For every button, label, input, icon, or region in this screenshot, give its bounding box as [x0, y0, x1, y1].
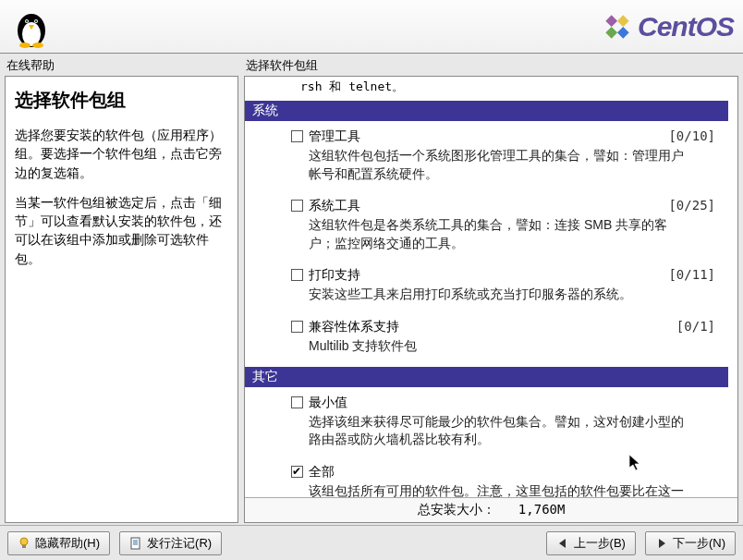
- group-system-tools[interactable]: 系统工具 [0/25] 这组软件包是各类系统工具的集合，譬如：连接 SMB 共享…: [245, 194, 728, 263]
- group-count: [0/25]: [668, 198, 715, 213]
- triangle-left-icon: [556, 537, 569, 550]
- centos-brand: CentOS: [601, 10, 734, 43]
- svg-point-13: [20, 538, 28, 545]
- doc-icon: [129, 537, 142, 550]
- centos-logo-icon: [601, 10, 634, 43]
- group-desc: 这组软件包包括一个系统图形化管理工具的集合，譬如：管理用户帐号和配置系统硬件。: [291, 145, 728, 187]
- group-compat-arch[interactable]: 兼容性体系支持 [0/1] Multilib 支持软件包: [245, 315, 728, 367]
- next-button[interactable]: 下一步(N): [645, 531, 736, 555]
- lightbulb-icon: [18, 537, 30, 550]
- total-install-size: 总安装大小： 1,760M: [245, 497, 737, 522]
- help-paragraph-2: 当某一软件包组被选定后，点击「细节」可以查看默认安装的软件包，还可以在该组中添加…: [15, 193, 228, 268]
- package-box: rsh 和 telnet。 系统 管理工具 [0/10] 这组软件包包括一个系统…: [244, 76, 738, 523]
- checkbox-everything[interactable]: [291, 466, 303, 478]
- checkbox-minimal[interactable]: [291, 396, 303, 408]
- group-count: [0/11]: [668, 267, 715, 282]
- svg-rect-15: [131, 538, 140, 549]
- group-label: 管理工具: [309, 128, 728, 145]
- penguin-logo: [9, 5, 54, 49]
- checkbox-print-support[interactable]: [291, 269, 303, 281]
- button-label: 发行注记(R): [147, 535, 212, 552]
- footer-bar: 隐藏帮助(H) 发行注记(R) 上一步(B) 下一步(N): [0, 525, 743, 560]
- package-panel-title: 选择软件包组: [244, 57, 738, 74]
- installer-header: CentOS: [0, 0, 743, 54]
- group-count: [0/1]: [676, 319, 715, 334]
- hide-help-button[interactable]: 隐藏帮助(H): [7, 531, 110, 555]
- group-label: 全部: [309, 464, 728, 481]
- group-desc: 选择该组来获得尽可能最少的软件包集合。譬如，这对创建小型的路由器或防火墙机器比较…: [291, 411, 728, 453]
- total-label: 总安装大小：: [418, 502, 495, 517]
- svg-point-7: [19, 43, 30, 48]
- svg-marker-20: [659, 539, 665, 548]
- svg-rect-14: [22, 545, 26, 548]
- svg-point-8: [32, 43, 43, 48]
- group-admin-tools[interactable]: 管理工具 [0/10] 这组软件包包括一个系统图形化管理工具的集合，譬如：管理用…: [245, 125, 728, 194]
- group-minimal[interactable]: 最小值 选择该组来获得尽可能最少的软件包集合。譬如，这对创建小型的路由器或防火墙…: [245, 391, 728, 460]
- main-area: 在线帮助 选择软件包组 选择您要安装的软件包（应用程序）组。要选择一个软件包组，…: [0, 54, 743, 525]
- button-label: 下一步(N): [673, 535, 725, 552]
- release-notes-button[interactable]: 发行注记(R): [119, 531, 222, 555]
- total-value: 1,760M: [518, 502, 566, 517]
- brand-text: CentOS: [638, 11, 734, 43]
- package-scroll[interactable]: rsh 和 telnet。 系统 管理工具 [0/10] 这组软件包包括一个系统…: [245, 77, 737, 497]
- svg-rect-9: [605, 15, 617, 27]
- checkbox-system-tools[interactable]: [291, 200, 303, 212]
- group-count: [0/10]: [668, 128, 715, 143]
- group-label: 兼容性体系支持: [309, 319, 728, 335]
- group-print-support[interactable]: 打印支持 [0/11] 安装这些工具来启用打印系统或充当打印服务器的系统。: [245, 263, 728, 315]
- group-label: 系统工具: [309, 198, 728, 214]
- group-everything[interactable]: 全部 该组包括所有可用的软件包。注意，这里包括的软件包要比在这一页上包括的所有其…: [245, 460, 728, 497]
- svg-rect-10: [617, 15, 629, 27]
- button-label: 上一步(B): [574, 535, 626, 552]
- help-paragraph-1: 选择您要安装的软件包（应用程序）组。要选择一个软件包组，点击它旁边的复选箱。: [15, 126, 228, 182]
- top-hint: rsh 和 telnet。: [245, 77, 728, 101]
- help-heading: 选择软件包组: [15, 88, 228, 113]
- svg-rect-11: [605, 26, 617, 38]
- checkbox-admin-tools[interactable]: [291, 130, 303, 142]
- group-desc: 安装这些工具来启用打印系统或充当打印服务器的系统。: [291, 284, 728, 308]
- triangle-right-icon: [655, 537, 668, 550]
- group-desc: 该组包括所有可用的软件包。注意，这里包括的软件包要比在这一页上包括的所有其它软件…: [291, 481, 728, 497]
- group-desc: 这组软件包是各类系统工具的集合，譬如：连接 SMB 共享的客户；监控网络交通的工…: [291, 214, 728, 256]
- button-label: 隐藏帮助(H): [35, 535, 100, 552]
- svg-point-5: [35, 20, 37, 22]
- svg-rect-12: [617, 26, 629, 38]
- group-label: 最小值: [309, 395, 728, 411]
- section-bar-other: 其它: [245, 367, 728, 387]
- checkbox-compat-arch[interactable]: [291, 321, 303, 333]
- group-desc: Multilib 支持软件包: [291, 335, 728, 359]
- package-panel: 选择软件包组 rsh 和 telnet。 系统 管理工具 [0/10] 这组软件…: [244, 57, 738, 523]
- help-panel-title: 在线帮助: [5, 57, 238, 74]
- group-label: 打印支持: [309, 267, 728, 284]
- help-content: 选择软件包组 选择您要安装的软件包（应用程序）组。要选择一个软件包组，点击它旁边…: [5, 76, 238, 523]
- svg-point-4: [26, 20, 28, 22]
- svg-marker-19: [559, 539, 566, 548]
- help-panel: 在线帮助 选择软件包组 选择您要安装的软件包（应用程序）组。要选择一个软件包组，…: [5, 57, 238, 523]
- back-button[interactable]: 上一步(B): [546, 531, 636, 555]
- section-bar-system: 系统: [245, 101, 728, 121]
